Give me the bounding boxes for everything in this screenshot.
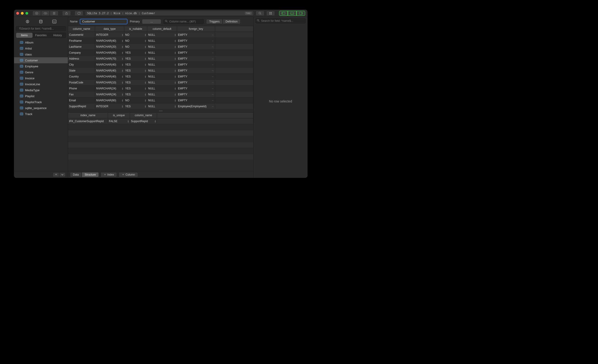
lock-icon[interactable] bbox=[62, 11, 71, 16]
zoom-window[interactable] bbox=[25, 12, 28, 15]
layout-bottom-icon[interactable] bbox=[288, 11, 297, 16]
sidebar-item-sqlite_sequence[interactable]: sqlite_sequence bbox=[14, 105, 68, 111]
stepper-icon[interactable]: ▴▾ bbox=[175, 45, 176, 48]
add-column-button[interactable]: ＋Column bbox=[119, 172, 138, 177]
firewire-icon[interactable] bbox=[25, 19, 30, 24]
arrow-right-icon[interactable]: → bbox=[211, 87, 214, 90]
stepper-icon[interactable]: ▴▾ bbox=[122, 75, 123, 78]
arrow-right-icon[interactable]: → bbox=[211, 75, 214, 78]
sidebar-item-album[interactable]: Album bbox=[14, 39, 68, 45]
stepper-icon[interactable]: ▴▾ bbox=[145, 99, 146, 102]
table-row[interactable]: SupportRepIdINTEGER▴▾YES▴▾NULL▴▾Employee… bbox=[68, 103, 253, 109]
idx-header[interactable]: column_name bbox=[130, 113, 157, 118]
sidebar-item-playlisttrack[interactable]: PlaylistTrack bbox=[14, 99, 68, 105]
stepper-icon[interactable]: ▴▾ bbox=[175, 99, 176, 102]
stepper-icon[interactable]: ▴▾ bbox=[122, 51, 123, 54]
stepper-icon[interactable]: ▴▾ bbox=[175, 75, 176, 78]
table-row[interactable]: CityNVARCHAR(40)▴▾YES▴▾NULL▴▾EMPTY→ bbox=[68, 62, 253, 68]
detail-search-input[interactable] bbox=[255, 18, 306, 23]
stepper-icon[interactable]: ▴▾ bbox=[122, 81, 123, 84]
col-header[interactable]: column_default bbox=[147, 26, 177, 32]
minimize-window[interactable] bbox=[21, 12, 24, 15]
sidebar-item-invoiceline[interactable]: InvoiceLine bbox=[14, 81, 68, 87]
sidebar-item-genre[interactable]: Genre bbox=[14, 69, 68, 75]
search-icon[interactable] bbox=[256, 11, 264, 16]
tab-items[interactable]: Items bbox=[16, 33, 33, 38]
stepper-icon[interactable]: ▴▾ bbox=[145, 51, 146, 54]
splitter-handle[interactable] bbox=[68, 109, 253, 113]
stepper-icon[interactable]: ▴▾ bbox=[122, 105, 123, 108]
arrow-right-icon[interactable]: → bbox=[211, 105, 214, 108]
close-window[interactable] bbox=[16, 12, 19, 15]
refresh-icon[interactable] bbox=[75, 11, 83, 16]
tab-history[interactable]: History bbox=[49, 33, 66, 38]
table-name-input[interactable] bbox=[80, 19, 127, 24]
data-tab[interactable]: Data bbox=[70, 172, 82, 177]
stepper-icon[interactable]: ▴▾ bbox=[122, 57, 123, 60]
idx-header[interactable]: is_unique bbox=[108, 113, 130, 118]
table-row[interactable]: CompanyNVARCHAR(80)▴▾YES▴▾NULL▴▾EMPTY→ bbox=[68, 50, 253, 56]
table-row[interactable]: StateNVARCHAR(40)▴▾YES▴▾NULL▴▾EMPTY→ bbox=[68, 68, 253, 74]
sql-icon[interactable]: SQL bbox=[52, 19, 56, 24]
structure-tab[interactable]: Structure bbox=[82, 172, 99, 177]
sidebar-search-input[interactable] bbox=[16, 26, 66, 31]
arrow-right-icon[interactable]: → bbox=[211, 57, 214, 60]
cancel-icon[interactable] bbox=[32, 11, 41, 16]
table-row[interactable]: CountryNVARCHAR(40)▴▾YES▴▾NULL▴▾EMPTY→ bbox=[68, 74, 253, 80]
more-button[interactable] bbox=[59, 172, 66, 177]
arrow-right-icon[interactable]: → bbox=[211, 63, 214, 66]
arrow-right-icon[interactable]: → bbox=[211, 99, 214, 102]
add-button[interactable]: ＋ bbox=[53, 172, 59, 177]
stepper-icon[interactable]: ▴▾ bbox=[145, 57, 146, 60]
eye-icon[interactable] bbox=[41, 11, 50, 16]
layout-right-icon[interactable] bbox=[297, 11, 305, 16]
tab-favorites[interactable]: Favorites bbox=[33, 33, 49, 38]
stepper-icon[interactable]: ▴▾ bbox=[122, 69, 123, 72]
table-row[interactable]: LastNameNVARCHAR(20)▴▾NO▴▾NULL▴▾EMPTY→ bbox=[68, 44, 253, 50]
table-row[interactable]: FirstNameNVARCHAR(40)▴▾NO▴▾NULL▴▾EMPTY→ bbox=[68, 38, 253, 44]
add-index-button[interactable]: ＋Index bbox=[101, 172, 117, 177]
stepper-icon[interactable]: ▴▾ bbox=[128, 120, 129, 123]
stepper-icon[interactable]: ▴▾ bbox=[145, 45, 146, 48]
layout-left-icon[interactable] bbox=[279, 11, 288, 16]
primary-key-selector[interactable]: … bbox=[142, 19, 161, 24]
table-row[interactable]: PhoneNVARCHAR(24)▴▾YES▴▾NULL▴▾EMPTY→ bbox=[68, 85, 253, 91]
stepper-icon[interactable]: ▴▾ bbox=[122, 99, 123, 102]
arrow-right-icon[interactable]: → bbox=[211, 33, 214, 36]
arrow-right-icon[interactable]: → bbox=[211, 51, 214, 54]
table-row[interactable]: AddressNVARCHAR(70)▴▾YES▴▾NULL▴▾EMPTY→ bbox=[68, 56, 253, 62]
idx-header[interactable]: index_name bbox=[68, 113, 108, 118]
arrow-right-icon[interactable]: → bbox=[211, 45, 214, 48]
stepper-icon[interactable]: ▴▾ bbox=[122, 33, 123, 36]
stepper-icon[interactable]: ▴▾ bbox=[175, 33, 176, 36]
stepper-icon[interactable]: ▴▾ bbox=[175, 63, 176, 66]
stepper-icon[interactable]: ▴▾ bbox=[122, 87, 123, 90]
stepper-icon[interactable]: ▴▾ bbox=[175, 69, 176, 72]
grid-icon[interactable] bbox=[266, 11, 275, 16]
table-row[interactable]: EmailNVARCHAR(60)▴▾NO▴▾NULL▴▾EMPTY→ bbox=[68, 97, 253, 103]
col-header[interactable]: data_type bbox=[95, 26, 124, 32]
arrow-right-icon[interactable]: → bbox=[211, 39, 214, 42]
stepper-icon[interactable]: ▴▾ bbox=[175, 39, 176, 42]
table-row[interactable]: CustomerIdINTEGER▴▾NO▴▾NULL▴▾EMPTY→ bbox=[68, 32, 253, 38]
col-header[interactable]: column_name bbox=[68, 26, 95, 32]
stepper-icon[interactable]: ▴▾ bbox=[145, 69, 146, 72]
stepper-icon[interactable]: ▴▾ bbox=[145, 105, 146, 108]
sidebar-item-artist[interactable]: Artist bbox=[14, 45, 68, 51]
stepper-icon[interactable]: ▴▾ bbox=[122, 39, 123, 42]
col-header[interactable]: foreign_key bbox=[177, 26, 215, 32]
stepper-icon[interactable]: ▴▾ bbox=[145, 81, 146, 84]
sidebar-item-class[interactable]: class bbox=[14, 51, 68, 57]
sidebar-item-mediatype[interactable]: MediaType bbox=[14, 87, 68, 93]
stepper-icon[interactable]: ▴▾ bbox=[145, 63, 146, 66]
arrow-right-icon[interactable]: → bbox=[211, 93, 214, 96]
stepper-icon[interactable]: ▴▾ bbox=[145, 75, 146, 78]
stepper-icon[interactable]: ▴▾ bbox=[145, 39, 146, 42]
table-row[interactable]: FaxNVARCHAR(24)▴▾YES▴▾NULL▴▾EMPTY→ bbox=[68, 91, 253, 97]
stepper-icon[interactable]: ▴▾ bbox=[175, 81, 176, 84]
stepper-icon[interactable]: ▴▾ bbox=[145, 93, 146, 96]
stepper-icon[interactable]: ▴▾ bbox=[175, 105, 176, 108]
arrow-right-icon[interactable]: → bbox=[211, 69, 214, 72]
sidebar-item-invoice[interactable]: Invoice bbox=[14, 75, 68, 81]
stepper-icon[interactable]: ▴▾ bbox=[122, 93, 123, 96]
